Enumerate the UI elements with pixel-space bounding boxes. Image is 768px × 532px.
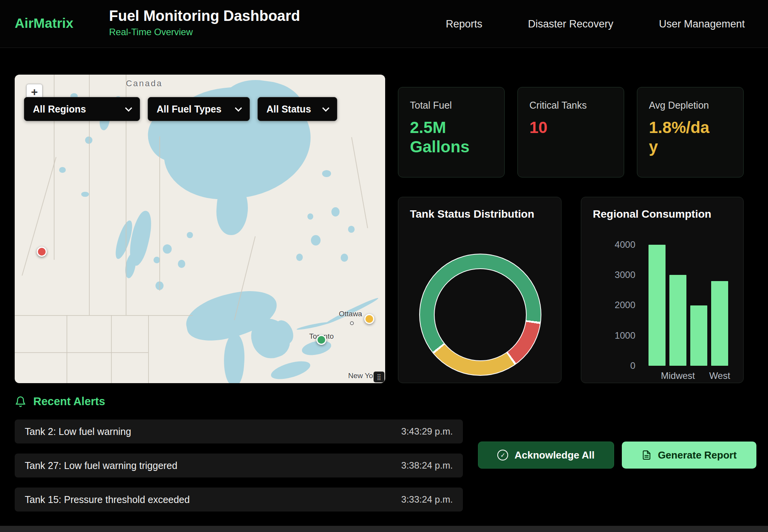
y-tick: 3000 (597, 269, 635, 280)
alert-time: 3:33:24 p.m. (401, 494, 453, 505)
nav-user-management[interactable]: User Management (659, 18, 745, 30)
check-circle-icon: ✓ (497, 450, 508, 460)
marker-toronto-normal[interactable] (316, 335, 326, 345)
y-tick: 2000 (597, 300, 635, 310)
page-subtitle: Real-Time Overview (109, 27, 300, 38)
alert-time: 3:43:29 p.m. (401, 426, 453, 437)
tank-status-card: Tank Status Distribution (398, 197, 561, 383)
fuel-type-filter-label: All Fuel Types (157, 104, 222, 115)
donut-chart[interactable] (419, 254, 541, 376)
fuel-type-filter-dropdown[interactable]: All Fuel Types (148, 97, 250, 121)
page-title: Fuel Monitoring Dashboard (109, 8, 300, 24)
stat-card-avg-depletion: Avg Depletion 1.8%/day (637, 87, 744, 177)
app: AirMatrix Fuel Monitoring Dashboard Real… (0, 0, 768, 532)
stat-value: 10 (529, 118, 597, 137)
bar (649, 245, 666, 366)
document-icon (642, 450, 652, 460)
alert-row[interactable]: Tank 2: Low fuel warning 3:43:29 p.m. (15, 419, 463, 443)
bar-series (649, 245, 737, 366)
bar (690, 305, 707, 366)
alert-message: Tank 27: Low fuel warning triggered (25, 460, 177, 471)
stat-card-total-fuel: Total Fuel 2.5M Gallons (398, 87, 505, 177)
chart-title: Tank Status Distribution (410, 208, 534, 220)
generate-report-button[interactable]: Generate Report (622, 442, 756, 469)
map-panel[interactable]: Canada Ottawa Toronto New York + All Reg… (15, 75, 385, 383)
title-block: Fuel Monitoring Dashboard Real-Time Over… (109, 8, 300, 38)
status-filter-dropdown[interactable]: All Status (258, 97, 337, 121)
alerts-header: Recent Alerts (15, 395, 105, 408)
main-nav: Reports Disaster Recovery User Managemen… (446, 0, 745, 48)
stat-label: Critical Tanks (529, 100, 612, 111)
resize-handle-icon[interactable]: ⣿ (374, 372, 384, 382)
regional-consumption-card: Regional Consumption 4000 3000 2000 1000… (581, 197, 744, 383)
y-tick: 4000 (597, 239, 635, 250)
status-filter-label: All Status (266, 104, 311, 115)
chevron-down-icon (322, 104, 329, 111)
generate-report-label: Generate Report (658, 449, 737, 461)
bar-chart[interactable]: 4000 3000 2000 1000 0 Midwest West (581, 197, 743, 383)
region-filter-dropdown[interactable]: All Regions (24, 97, 140, 121)
alert-row[interactable]: Tank 27: Low fuel warning triggered 3:38… (15, 454, 463, 477)
stat-label: Total Fuel (410, 100, 493, 111)
stat-label: Avg Depletion (649, 100, 732, 111)
acknowledge-all-button[interactable]: ✓ Acknowledge All (478, 442, 614, 469)
region-filter-label: All Regions (33, 104, 86, 115)
y-tick: 1000 (597, 330, 635, 341)
marker-west-critical[interactable] (37, 247, 47, 257)
alert-message: Tank 2: Low fuel warning (25, 426, 131, 437)
acknowledge-all-label: Acknowledge All (514, 449, 594, 461)
stat-value: 1.8%/day (649, 118, 717, 157)
stat-card-critical-tanks: Critical Tanks 10 (517, 87, 624, 177)
stat-value: 2.5M Gallons (410, 118, 478, 157)
brand-logo: AirMatrix (15, 15, 73, 31)
alert-message: Tank 15: Pressure threshold exceeded (25, 494, 190, 505)
map-filters: All Regions All Fuel Types All Status (24, 97, 337, 121)
alert-time: 3:38:24 p.m. (401, 460, 453, 471)
alert-row[interactable]: Tank 15: Pressure threshold exceeded 3:3… (15, 488, 463, 512)
nav-reports[interactable]: Reports (446, 18, 483, 30)
bar (711, 281, 728, 366)
bar (669, 275, 686, 366)
chevron-down-icon (125, 104, 132, 111)
nav-disaster-recovery[interactable]: Disaster Recovery (528, 18, 613, 30)
y-tick: 0 (597, 360, 635, 371)
footer-bar (0, 526, 768, 532)
marker-ottawa-warning[interactable] (364, 314, 374, 324)
x-tick-west: West (693, 370, 747, 381)
bell-icon (15, 396, 26, 408)
chevron-down-icon (235, 104, 242, 111)
donut-hole (434, 268, 527, 361)
alerts-title: Recent Alerts (33, 395, 105, 408)
header: AirMatrix Fuel Monitoring Dashboard Real… (0, 0, 768, 48)
